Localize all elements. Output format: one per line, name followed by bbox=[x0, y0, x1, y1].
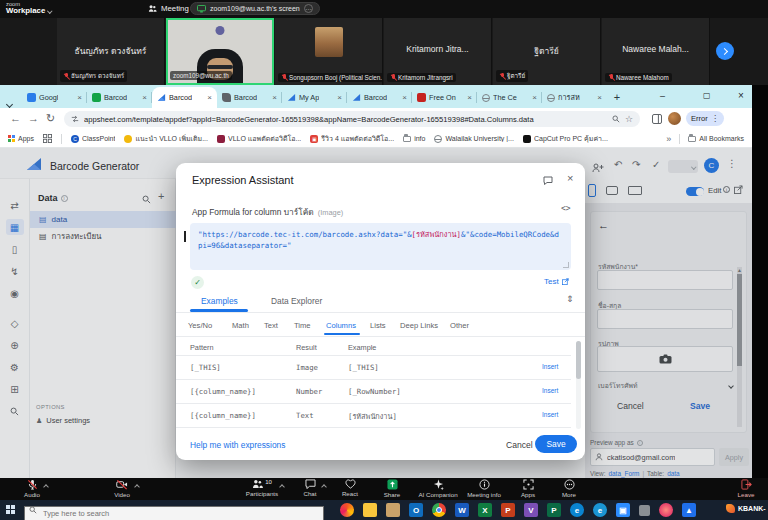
subtab-columns-active[interactable]: Columns bbox=[326, 321, 356, 330]
browser-tab[interactable]: Barcod × bbox=[347, 87, 412, 108]
participant-tile-active-speaker[interactable]: zoom109@wu.ac.th bbox=[166, 18, 274, 85]
participant-tile[interactable]: Kritamorn Jitra... Kritamorn Jitrangsri bbox=[384, 18, 492, 85]
browser-tab[interactable]: การสห × bbox=[542, 87, 607, 108]
formula-editor[interactable]: "https://barcode.tec-it.com/barcode.ashx… bbox=[190, 223, 571, 270]
apps-button[interactable]: Apps bbox=[508, 479, 548, 498]
taskbar-icon-colorful-app[interactable] bbox=[340, 503, 354, 517]
bookmark-item[interactable]: VLLO แอพตัดต่อวิดีโอ... bbox=[217, 133, 301, 144]
browser-tab[interactable]: Barcod × bbox=[217, 87, 282, 108]
meeting-tab[interactable]: Meeting bbox=[148, 4, 189, 13]
test-button[interactable]: Test bbox=[544, 277, 569, 286]
omnibox[interactable]: appsheet.com/template/appdef?appId=Barco… bbox=[64, 111, 640, 127]
chat-button[interactable]: Chat bbox=[290, 479, 330, 497]
new-tab-button[interactable]: + bbox=[607, 91, 627, 103]
taskbar-icon-edge[interactable]: e bbox=[570, 503, 584, 517]
insert-link[interactable]: Insert bbox=[542, 387, 558, 394]
tab-examples[interactable]: Examples bbox=[201, 296, 238, 306]
taskbar-icon-visio[interactable]: V bbox=[524, 503, 538, 517]
resize-handle[interactable] bbox=[563, 262, 569, 268]
taskbar-icon-file-explorer[interactable] bbox=[363, 503, 377, 517]
help-expressions-link[interactable]: Help me with expressions bbox=[190, 440, 285, 450]
participant-tile[interactable]: Nawaree Malah... Nawaree Malahom bbox=[602, 18, 710, 85]
browser-tab[interactable]: Googl × bbox=[22, 87, 87, 108]
side-panel-icon[interactable] bbox=[652, 114, 662, 124]
back-icon[interactable]: ← bbox=[10, 113, 21, 124]
participant-tile[interactable]: ธันญภัทร ดวงจันทร์ ธันญภัทร ดวงจันทร์ bbox=[57, 18, 165, 85]
feedback-icon[interactable] bbox=[543, 176, 553, 185]
taskbar-icon-ie[interactable]: e bbox=[593, 503, 607, 517]
tab-data-explorer[interactable]: Data Explorer bbox=[271, 296, 322, 306]
profile-avatar[interactable] bbox=[668, 112, 681, 125]
meeting-info-button[interactable]: Meeting info bbox=[456, 479, 512, 498]
browser-tab-active[interactable]: Barcod × bbox=[152, 87, 217, 108]
audio-button[interactable]: Audio bbox=[12, 479, 52, 498]
close-icon[interactable]: × bbox=[567, 172, 573, 184]
window-minimize-button[interactable]: – bbox=[660, 91, 665, 101]
browser-tab[interactable]: My Ap × bbox=[282, 87, 347, 108]
taskbar-icon-zoom[interactable]: ▣ bbox=[616, 503, 630, 517]
tab-close-icon[interactable]: × bbox=[467, 93, 472, 102]
subtab-deeplinks[interactable]: Deep Links bbox=[400, 321, 438, 330]
more-options-icon[interactable]: ⋯ bbox=[304, 4, 313, 13]
chevron-down-icon[interactable] bbox=[48, 9, 53, 14]
dialog-save-button[interactable]: Save bbox=[535, 435, 577, 453]
video-button[interactable]: Video bbox=[102, 479, 142, 498]
insert-link[interactable]: Insert bbox=[542, 411, 558, 418]
shared-screen-pill[interactable]: zoom109@wu.ac.th's screen ⋯ bbox=[190, 2, 320, 15]
video-options-caret[interactable] bbox=[134, 484, 140, 490]
subtab-math[interactable]: Math bbox=[232, 321, 249, 330]
browser-tab[interactable]: Barcod × bbox=[87, 87, 152, 108]
subtab-time[interactable]: Time bbox=[294, 321, 311, 330]
taskbar-icon-media[interactable] bbox=[659, 503, 673, 517]
next-participants-button[interactable] bbox=[716, 42, 734, 60]
browser-tab[interactable]: The Ce × bbox=[477, 87, 542, 108]
window-close-button[interactable]: × bbox=[738, 90, 744, 101]
bookmark-item[interactable]: ▣ รีวิว 4 แอพตัดต่อวิดีโอ... bbox=[310, 133, 394, 144]
tab-close-icon[interactable]: × bbox=[597, 93, 602, 102]
taskbar-search[interactable] bbox=[24, 502, 324, 518]
table-scrollbar[interactable] bbox=[576, 341, 581, 429]
collapse-icon[interactable]: ⇕ bbox=[566, 294, 574, 304]
tab-close-icon[interactable]: × bbox=[337, 93, 342, 102]
participant-tile[interactable]: Songupsorn Booj (Political Scien... bbox=[275, 18, 383, 85]
bookmark-item[interactable]: แนะนำ VLLO เพิ่มเติม... bbox=[124, 133, 208, 144]
tab-close-icon[interactable]: × bbox=[532, 93, 537, 102]
subtab-text[interactable]: Text bbox=[264, 321, 278, 330]
error-badge[interactable]: Error ⋮ bbox=[686, 111, 724, 126]
taskbar-icon-powerpoint[interactable]: P bbox=[501, 503, 515, 517]
participants-button[interactable]: 10 Participants bbox=[236, 479, 288, 497]
tab-close-icon[interactable]: × bbox=[207, 93, 212, 102]
audio-options-caret[interactable] bbox=[43, 484, 49, 490]
browser-tab[interactable]: Free On × bbox=[412, 87, 477, 108]
taskbar-icon-word[interactable]: W bbox=[455, 503, 469, 517]
forward-icon[interactable]: → bbox=[28, 113, 39, 124]
start-button[interactable] bbox=[6, 505, 15, 514]
taskbar-icon-chrome[interactable] bbox=[432, 503, 446, 517]
react-button[interactable]: React bbox=[330, 479, 370, 497]
code-view-icon[interactable]: <> bbox=[561, 204, 571, 213]
subtab-other[interactable]: Other bbox=[450, 321, 469, 330]
bookmark-item[interactable]: C ClassPoint bbox=[71, 135, 115, 143]
tab-search-icon[interactable] bbox=[6, 101, 13, 108]
bookmark-item[interactable]: CapCut Pro PC คุ้มค่า... bbox=[523, 133, 608, 144]
zoom-page-icon[interactable] bbox=[612, 115, 620, 123]
participants-options-caret[interactable] bbox=[279, 484, 285, 490]
reload-icon[interactable]: ↻ bbox=[46, 113, 55, 124]
dialog-cancel-button[interactable]: Cancel bbox=[506, 440, 533, 450]
taskbar-icon-outlook[interactable]: O bbox=[409, 503, 423, 517]
bookmark-item[interactable]: info bbox=[403, 135, 425, 142]
more-button[interactable]: More bbox=[549, 479, 589, 498]
taskbar-icon-photos[interactable]: ▲ bbox=[682, 503, 696, 517]
tab-close-icon[interactable]: × bbox=[142, 93, 147, 102]
taskbar-search-input[interactable] bbox=[24, 506, 324, 520]
taskbar-tray-app[interactable]: KBANK- bbox=[726, 504, 766, 513]
bookmarks-overflow-icon[interactable]: » bbox=[666, 134, 671, 144]
share-button[interactable]: Share bbox=[372, 479, 412, 498]
leave-button[interactable]: Leave bbox=[726, 479, 766, 498]
insert-link[interactable]: Insert bbox=[542, 363, 558, 370]
taskbar-icon-utility[interactable] bbox=[639, 505, 650, 516]
taskbar-icon-excel[interactable]: X bbox=[478, 503, 492, 517]
window-maximize-button[interactable]: ▢ bbox=[703, 91, 711, 100]
subtab-lists[interactable]: Lists bbox=[370, 321, 386, 330]
tab-close-icon[interactable]: × bbox=[402, 93, 407, 102]
